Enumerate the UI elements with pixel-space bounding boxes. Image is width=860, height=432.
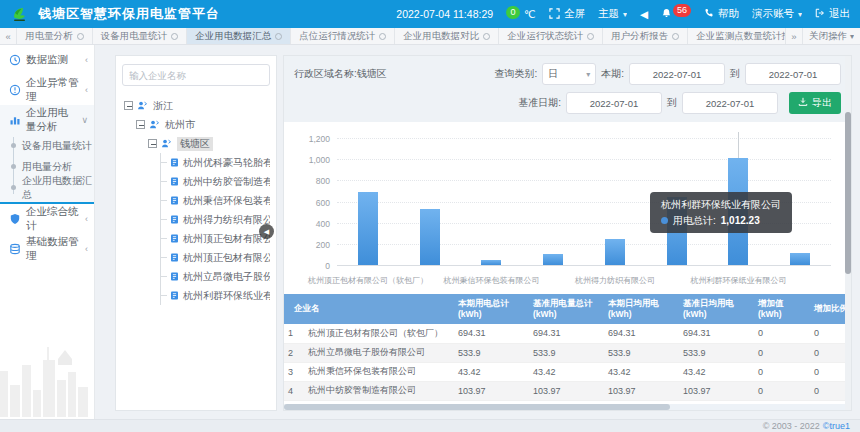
db-icon (9, 243, 21, 255)
bar-1[interactable] (420, 209, 440, 266)
tree-company-label[interactable]: 杭州中纺胶管制造有限公司 (183, 175, 270, 189)
close-operations-menu[interactable]: 关闭操作▾ (802, 28, 860, 44)
current-from-date-input[interactable] (629, 63, 725, 85)
tree-collapse-button[interactable]: ◀ (259, 224, 274, 239)
tree-collapse-box-icon[interactable] (136, 120, 145, 129)
tab-scroll-left-icon[interactable]: « (0, 28, 17, 44)
horizontal-scrollbar-thumb[interactable] (284, 404, 670, 410)
tree-company-label[interactable]: 杭州立昂微电子股份有限公司 (183, 270, 270, 284)
base-from-date-input[interactable] (566, 92, 662, 114)
tab-scroll-right-icon[interactable]: » (785, 28, 802, 44)
electricity-bar-chart: 杭州利群环保纸业有限公司 用电总计: 1,012.23 020040060080… (292, 122, 843, 294)
tab-4[interactable]: 点位运行情况统计 (291, 28, 395, 44)
vertical-scrollbar-thumb[interactable] (845, 112, 851, 274)
tab-close-icon[interactable] (77, 33, 84, 40)
tab-close-icon[interactable] (483, 33, 490, 40)
tree-node-浙江[interactable]: 浙江 (122, 96, 270, 115)
sidebar-subitem-企业用电数据汇总[interactable]: 企业用电数据汇总 (0, 177, 94, 198)
account-menu[interactable]: 演示账号▾ (752, 7, 802, 21)
tree-company-item[interactable]: 杭州顶正包材有限公司（软包厂） (161, 248, 270, 267)
tab-2[interactable]: 设备用电量统计 (93, 28, 188, 44)
sidebar-item-基础数据管理[interactable]: 基础数据管理‹ (0, 234, 94, 264)
tree-company-label[interactable]: 杭州优科豪马轮胎有限公司 (183, 156, 270, 170)
tree-company-item[interactable]: 杭州秉信环保包装有限公司 (161, 191, 270, 210)
bar-0[interactable] (358, 192, 378, 265)
sidebar-submenu: 设备用电量统计用电量分析企业用电数据汇总 (0, 135, 94, 202)
sidebar-subitem-label: 设备用电量统计 (22, 139, 92, 153)
tree-company-label[interactable]: 杭州利群环保纸业有限公司 (183, 289, 270, 303)
enterprise-search-input[interactable] (122, 64, 270, 86)
tab-close-icon[interactable] (171, 33, 178, 40)
tab-3[interactable]: 企业用电数据汇总 (187, 28, 291, 44)
sidebar-nav: 数据监测‹企业异常管理‹企业用电量分析∨设备用电量统计用电量分析企业用电数据汇总… (0, 45, 95, 419)
tree-node-label[interactable]: 杭州市 (165, 118, 195, 132)
value-cell: 533.9 (679, 343, 754, 362)
tree-node-label[interactable]: 钱塘区 (177, 137, 213, 151)
gridline (337, 159, 831, 160)
x-axis-label: 杭州利群环保纸业有限公司 (663, 275, 813, 286)
bar-3[interactable] (543, 254, 563, 265)
tree-company-label[interactable]: 杭州顶正包材有限公司第二工厂 (183, 232, 270, 246)
y-axis-tick: 200 (292, 240, 330, 250)
bar-2[interactable] (481, 260, 501, 265)
tab-close-icon[interactable] (379, 33, 386, 40)
tab-8[interactable]: 企业监测点数量统计报表 (688, 28, 785, 44)
export-button[interactable]: 导出 (789, 92, 841, 114)
logout-button[interactable]: 退出 (815, 7, 850, 21)
tree-company-label[interactable]: 杭州顶正包材有限公司（软包厂） (183, 251, 270, 265)
bar-7[interactable] (790, 253, 810, 265)
tree-collapse-box-icon[interactable] (124, 101, 133, 110)
table-row[interactable]: 2杭州立昂微电子股份有限公司533.9533.9533.9533.900 (284, 343, 851, 362)
tree-company-item[interactable]: 杭州利群环保纸业有限公司 (161, 286, 270, 305)
tree-collapse-box-icon[interactable] (148, 139, 157, 148)
table-row[interactable]: 4杭州中纺胶管制造有限公司103.97103.97103.97103.9700 (284, 381, 851, 400)
collapse-arrow-button[interactable]: ◀ (640, 8, 648, 20)
tree-company-item[interactable]: 杭州优科豪马轮胎有限公司 (161, 153, 270, 172)
help-button[interactable]: 帮助 (704, 7, 739, 21)
org-icon (161, 138, 172, 149)
col-header-基准用电量总计(kWh): 基准用电量总计(kWh) (529, 294, 604, 324)
tree-node-钱塘区[interactable]: 钱塘区 (122, 134, 270, 153)
tree-company-label[interactable]: 杭州秉信环保包装有限公司 (183, 194, 270, 208)
tab-1[interactable]: 用电量分析 (17, 28, 93, 44)
theme-menu[interactable]: 主题▾ (598, 7, 627, 21)
query-type-select[interactable]: 日 ▾ (542, 63, 596, 85)
table-row[interactable]: 3杭州秉信环保包装有限公司43.4243.4243.4243.4200 (284, 362, 851, 381)
tree-company-item[interactable]: 杭州得力纺织有限公司 (161, 210, 270, 229)
brand-link[interactable]: ©true1 (823, 421, 850, 431)
tab-bar: « 用电量分析设备用电量统计企业用电数据汇总点位运行情况统计企业用电数据对比企业… (0, 28, 860, 45)
value-cell: 694.31 (604, 324, 679, 343)
region-value: 钱塘区 (357, 67, 387, 81)
sidebar-item-企业综合统计[interactable]: 企业综合统计‹ (0, 204, 94, 234)
tree-node-杭州市[interactable]: 杭州市 (122, 115, 270, 134)
download-icon (798, 97, 808, 109)
current-to-date-input[interactable] (745, 63, 841, 85)
value-cell: 0 (754, 381, 810, 400)
tree-root: 浙江杭州市钱塘区杭州优科豪马轮胎有限公司杭州中纺胶管制造有限公司杭州秉信环保包装… (122, 96, 270, 305)
tree-company-item[interactable]: 杭州顶正包材有限公司第二工厂 (161, 229, 270, 248)
sidebar-item-数据监测[interactable]: 数据监测‹ (0, 45, 94, 75)
tree-node-label[interactable]: 浙江 (153, 99, 173, 113)
tab-close-icon[interactable] (587, 33, 594, 40)
tree-company-item[interactable]: 杭州中纺胶管制造有限公司 (161, 172, 270, 191)
tab-5[interactable]: 企业用电数据对比 (395, 28, 499, 44)
company-icon (169, 271, 180, 282)
tab-6[interactable]: 企业运行状态统计 (499, 28, 603, 44)
tab-close-icon[interactable] (275, 33, 282, 40)
clock-icon (9, 54, 21, 66)
base-to-date-input[interactable] (682, 92, 778, 114)
value-cell: 533.9 (529, 343, 604, 362)
table-row[interactable]: 1杭州顶正包材有限公司（软包厂）694.31694.31694.31694.31… (284, 324, 851, 343)
tree-company-label[interactable]: 杭州得力纺织有限公司 (183, 213, 270, 227)
sidebar-subitem-设备用电量统计[interactable]: 设备用电量统计 (0, 135, 94, 156)
notifications-button[interactable]: 56 (661, 8, 691, 21)
sidebar-item-企业用电量分析[interactable]: 企业用电量分析∨ (0, 105, 94, 135)
sidebar-item-企业异常管理[interactable]: 企业异常管理‹ (0, 75, 94, 105)
tree-company-item[interactable]: 杭州立昂微电子股份有限公司 (161, 267, 270, 286)
tab-7[interactable]: 用户分析报告 (603, 28, 688, 44)
bar-4[interactable] (605, 239, 625, 265)
tab-close-icon[interactable] (672, 33, 679, 40)
fullscreen-button[interactable]: 全屏 (549, 7, 585, 21)
value-cell: 533.9 (604, 343, 679, 362)
gridline (337, 244, 831, 245)
